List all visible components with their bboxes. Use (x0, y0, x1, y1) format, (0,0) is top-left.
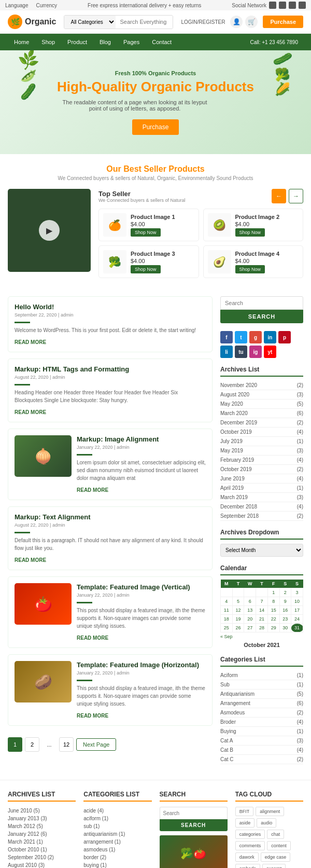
cat-item-5[interactable]: Asmodeus(2) (220, 708, 303, 718)
nav-product[interactable]: Product (61, 34, 93, 50)
archive-item-1[interactable]: November 2020(2) (220, 381, 303, 390)
archives-dropdown-select[interactable]: Select Month (220, 544, 303, 557)
nav-blog[interactable]: Blog (93, 34, 117, 50)
tag-aside[interactable]: aside (235, 818, 255, 828)
next-page-button[interactable]: Next Page (76, 738, 116, 751)
archive-item-12[interactable]: April 2019(1) (220, 484, 303, 493)
nav-pages[interactable]: Pages (117, 34, 146, 50)
footer-archive-4[interactable]: January 2012 (6) (8, 830, 76, 838)
shop-now-2[interactable]: Shop Now (235, 228, 265, 237)
archive-item-10[interactable]: October 2019(2) (220, 465, 303, 474)
archive-item-5[interactable]: December 2019(2) (220, 418, 303, 428)
cal-cell[interactable]: 21 (256, 615, 268, 624)
footer-cat-1[interactable]: acide (4) (83, 807, 151, 815)
cal-cell[interactable]: 3 (291, 588, 303, 597)
next-arrow-button[interactable]: → (289, 189, 303, 203)
archive-item-15[interactable]: September 2018(2) (220, 512, 303, 521)
cal-cell[interactable]: 13 (244, 606, 256, 615)
tag-excerpt[interactable]: excerpt (262, 864, 286, 868)
linkedin-icon[interactable]: in (264, 331, 276, 343)
footer-cat-8[interactable]: buying (1) (83, 861, 151, 868)
cal-cell[interactable]: 16 (279, 606, 291, 615)
tag-categories[interactable]: categories (235, 830, 265, 839)
tag-audio[interactable]: audio (257, 818, 276, 828)
footer-cat-7[interactable]: border (2) (83, 853, 151, 861)
tumblr-icon[interactable]: tu (235, 346, 247, 358)
cal-cell[interactable]: 29 (267, 624, 279, 632)
cat-item-3[interactable]: Antiquarianism(5) (220, 690, 303, 699)
cal-cell[interactable]: 6 (244, 597, 256, 606)
logo[interactable]: 🌿 Organic (8, 15, 56, 29)
read-more-6[interactable]: READ MORE (77, 713, 108, 719)
cal-cell[interactable]: 10 (291, 597, 303, 606)
cal-cell[interactable]: 8 (267, 597, 279, 606)
archive-item-7[interactable]: July 2019(1) (220, 437, 303, 446)
page-12-button[interactable]: 12 (59, 737, 74, 752)
cal-cell[interactable]: 18 (221, 615, 233, 624)
cal-cell[interactable]: 19 (232, 615, 244, 624)
archive-item-14[interactable]: December 2018(4) (220, 502, 303, 512)
twitter-topbar-icon[interactable] (279, 2, 286, 9)
shop-now-1[interactable]: Shop Now (131, 228, 161, 237)
tag-chat[interactable]: chat (267, 830, 284, 839)
prev-arrow-button[interactable]: ← (272, 189, 286, 203)
footer-cat-6[interactable]: asmodeus (1) (83, 846, 151, 853)
linkedin2-icon[interactable]: li (220, 346, 233, 358)
cal-cell[interactable]: 9 (279, 597, 291, 606)
language-link[interactable]: Language (5, 3, 29, 8)
page-1-button[interactable]: 1 (8, 737, 22, 752)
cal-cell[interactable]: 2 (279, 588, 291, 597)
cal-cell-today[interactable]: 31 (291, 624, 303, 632)
cal-cell[interactable]: 5 (232, 597, 244, 606)
read-more-4[interactable]: READ MORE (15, 557, 46, 563)
shop-now-3[interactable]: Shop Now (131, 265, 161, 273)
twitter-icon[interactable]: t (235, 331, 247, 343)
footer-archive-5[interactable]: March 2021 (1) (8, 838, 76, 846)
user-icon[interactable]: 👤 (230, 16, 243, 28)
tag-content[interactable]: content (267, 841, 291, 850)
footer-cat-2[interactable]: aciform (1) (83, 815, 151, 822)
tag-embeds[interactable]: embeds (235, 864, 260, 868)
cal-cell[interactable]: 22 (267, 615, 279, 624)
cat-item-2[interactable]: Sub(1) (220, 680, 303, 690)
archive-item-11[interactable]: June 2019(4) (220, 474, 303, 484)
cat-item-6[interactable]: Broder(4) (220, 718, 303, 727)
googleplus-icon[interactable]: g (249, 331, 262, 343)
cat-item-1[interactable]: Aciform(1) (220, 671, 303, 680)
tag-dawork[interactable]: dawork (235, 852, 259, 862)
header-search-input[interactable] (116, 16, 173, 29)
cal-cell[interactable]: 4 (221, 597, 233, 606)
nav-contact[interactable]: Contact (146, 34, 178, 50)
footer-archive-6[interactable]: October 2010 (1) (8, 846, 76, 853)
play-button[interactable]: ▶ (39, 220, 60, 241)
login-register-link[interactable]: LOGIN/REGISTER (181, 19, 225, 25)
instagram-topbar-icon[interactable] (299, 2, 306, 9)
footer-cat-4[interactable]: antiquarianism (1) (83, 830, 151, 838)
footer-search-button[interactable]: SEARCH (160, 819, 228, 831)
facebook-topbar-icon[interactable] (269, 2, 276, 9)
cal-cell[interactable]: 15 (267, 606, 279, 615)
nav-home[interactable]: Home (8, 34, 35, 50)
facebook-icon[interactable]: f (220, 331, 233, 343)
cat-item-9[interactable]: Cat B(4) (220, 746, 303, 755)
read-more-2[interactable]: READ MORE (15, 409, 46, 415)
youtube-icon[interactable]: yt (264, 346, 276, 358)
tag-bfit[interactable]: BFIT (235, 807, 254, 816)
cart-icon[interactable]: 🛒 (245, 16, 258, 28)
cal-cell[interactable]: 28 (256, 624, 268, 632)
cal-cell[interactable]: 14 (256, 606, 268, 615)
sidebar-search-input[interactable] (220, 296, 303, 310)
footer-archive-2[interactable]: January 2013 (3) (8, 815, 76, 822)
cal-cell[interactable]: 24 (291, 615, 303, 624)
footer-archive-7[interactable]: September 2010 (2) (8, 853, 76, 861)
footer-cat-5[interactable]: arrangement (1) (83, 838, 151, 846)
footer-search-input[interactable] (160, 807, 228, 819)
read-more-3[interactable]: READ MORE (77, 487, 108, 493)
cal-cell[interactable]: 25 (221, 624, 233, 632)
currency-link[interactable]: Currency (36, 3, 58, 8)
cal-cell[interactable]: 27 (244, 624, 256, 632)
pinterest-icon[interactable]: p (278, 331, 291, 343)
archive-item-4[interactable]: March 2020(6) (220, 409, 303, 418)
read-more-5[interactable]: READ MORE (77, 635, 108, 641)
shop-now-4[interactable]: Shop Now (235, 265, 265, 273)
